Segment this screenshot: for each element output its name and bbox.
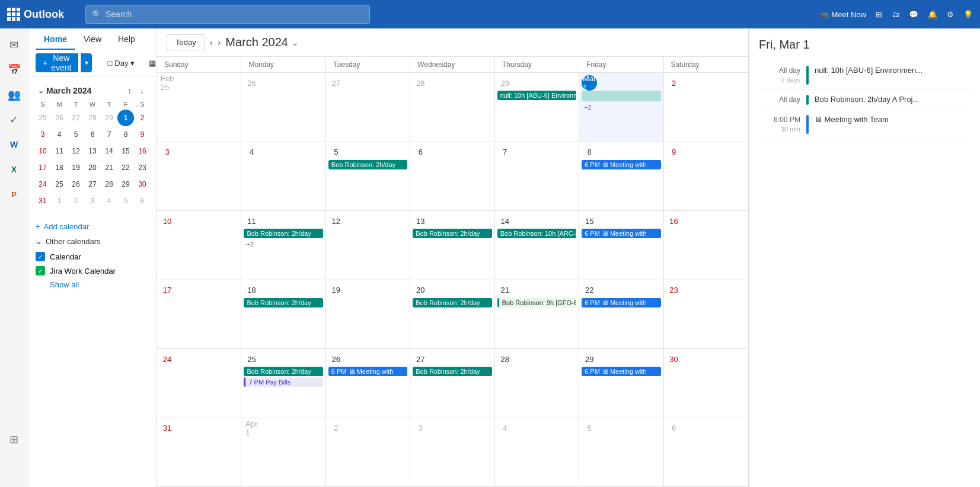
search-box[interactable]: 🔍 Search [85,5,370,24]
cal-date-number[interactable]: 28 [413,75,428,91]
mini-cal-day[interactable]: 7 [101,126,117,143]
cal-date-number[interactable]: 21 [497,283,513,298]
mini-cal-day[interactable]: 26 [68,176,84,193]
mini-cal-day[interactable]: 12 [68,143,84,159]
cal-date-number[interactable]: 27 [328,75,344,91]
right-event-3[interactable]: 6:00 PM 30 min 🖥 Meeting with Team [759,110,971,139]
mail-nav-icon[interactable]: ✉ [2,33,26,57]
cal-date-number[interactable]: Feb 25 [159,75,175,91]
more-apps-icon[interactable]: ⊞ [2,428,26,451]
cal-date-number[interactable]: 31 [159,421,175,436]
cal-event[interactable]: Bob Robinson: 10h [ARC-8] Research and d… [497,229,576,238]
cal-event[interactable]: Bob Robinson: 2h/day [413,367,491,376]
mini-cal-day[interactable]: 4 [101,193,117,209]
mini-cal-day[interactable]: 6 [84,126,101,143]
cal-date-number[interactable]: 26 [328,351,344,367]
ppt-nav-icon[interactable]: P [2,182,26,206]
cal-date-number[interactable]: 17 [159,283,175,298]
mini-cal-title[interactable]: March 2024 [46,86,91,95]
cal-date-number[interactable]: 5 [328,145,344,160]
cal-event[interactable]: 7 PM Pay Bills [244,377,323,387]
mini-cal-day[interactable]: 8 [117,126,134,143]
cal-event[interactable]: Bob Robinson: 2h/day [244,298,323,307]
cal-date-number[interactable]: 9 [666,145,682,160]
mini-cal-day[interactable]: 18 [51,159,68,176]
mini-cal-day[interactable]: 1 [51,193,68,209]
show-all-btn[interactable]: Show all [36,278,149,291]
cal-event[interactable]: 6 PM 🖥 Meeting with [582,298,660,307]
cal-date-number[interactable]: 29 [582,351,597,367]
mini-cal-day[interactable]: 5 [68,126,84,143]
cal-date-number[interactable]: 29 [497,75,513,91]
mini-cal-day[interactable]: 22 [117,159,134,176]
cal-event[interactable]: Bob Robinson: 2h/day [328,160,407,169]
cal-date-number[interactable]: 11 [244,213,259,229]
mini-cal-day[interactable]: 26 [51,110,68,126]
mini-cal-day[interactable]: 29 [117,176,134,193]
cal-title-chevron[interactable]: ⌄ [292,38,299,47]
mini-cal-day[interactable]: 23 [134,159,151,176]
mini-cal-day[interactable]: 2 [68,193,84,209]
work-week-btn[interactable]: ▦ Work week [143,53,157,72]
meet-now-btn[interactable]: 📹 Meet Now [819,10,866,19]
cal-date-number[interactable]: 12 [328,213,344,229]
mini-cal-day[interactable]: 15 [117,143,134,159]
cal-date-number[interactable]: 3 [159,145,175,160]
prev-month-btn[interactable]: ‹ [210,37,213,48]
tasks-nav-icon[interactable]: ✓ [2,108,26,132]
cal-date-number[interactable]: 25 [244,351,259,367]
cal-date-number[interactable]: 10 [159,213,175,229]
cal-date-number[interactable]: 13 [413,213,428,229]
mini-cal-day[interactable]: 11 [51,143,68,159]
tab-view[interactable]: View [75,28,110,50]
cal-date-number[interactable]: 4 [244,145,259,160]
new-event-button[interactable]: + New event [36,53,78,72]
mini-cal-day[interactable]: 30 [134,176,151,193]
mini-cal-prev[interactable]: ↑ [125,85,135,97]
mini-cal-day[interactable]: 28 [84,110,101,126]
cal-date-number[interactable]: 8 [582,145,597,160]
cal-date-number[interactable]: Apr 1 [244,421,259,436]
today-button[interactable]: Today [167,34,205,50]
mini-cal-day[interactable]: 31 [34,193,51,209]
cal-date-number[interactable]: 14 [497,213,513,229]
cal-date-number[interactable]: Mar 1 [582,75,597,91]
cal-event[interactable]: +2 [582,102,660,112]
calendar-item-jira[interactable]: ✓ Jira Work Calendar [36,264,149,278]
mini-cal-day[interactable]: 24 [34,176,51,193]
mini-cal-day[interactable]: 27 [84,176,101,193]
calendar-nav-icon[interactable]: 📅 [2,58,26,82]
mini-cal-day[interactable]: 17 [34,159,51,176]
tab-home[interactable]: Home [36,28,75,50]
cal-date-number[interactable]: 28 [497,351,513,367]
mini-cal-day[interactable]: 3 [34,126,51,143]
right-event-2[interactable]: All day Bob Robinson: 2h/day A Proj... [759,90,971,110]
mini-cal-day[interactable]: 4 [51,126,68,143]
day-btn[interactable]: □ Day ▾ [101,53,141,72]
cal-date-number[interactable]: 23 [666,283,682,298]
feedback-icon[interactable]: 💬 [909,10,918,19]
mini-cal-day[interactable]: 13 [84,143,101,159]
cal-date-number[interactable]: 4 [497,421,513,436]
mini-cal-day[interactable]: 27 [68,110,84,126]
cal-event[interactable]: null: 10h [ABU-6] Environment setup [497,91,576,100]
cal-event[interactable]: Bob Robinson: 2h/day [244,367,323,376]
cal-event[interactable]: Bob Robinson: 2h/day [413,229,491,238]
apps-icon[interactable]: ⊞ [876,10,882,19]
collab-icon[interactable]: 🗂 [892,10,899,19]
cal-date-number[interactable]: 19 [328,283,344,298]
other-calendars-header[interactable]: ⌄ Other calendars [36,233,149,249]
notifications-icon[interactable]: 🔔 [928,10,937,19]
cal-date-number[interactable]: 2 [328,421,344,436]
cal-date-number[interactable]: 30 [666,351,682,367]
mini-cal-day[interactable]: 9 [134,126,151,143]
cal-event[interactable]: 6 PM 🖥 Meeting with [582,367,660,376]
cal-date-number[interactable]: 27 [413,351,428,367]
cal-event[interactable]: 6 PM 🖥 Meeting with [582,160,660,169]
cal-event[interactable]: Bob Robinson: 9h [GFO-6] Bug with colors [497,298,576,307]
cal-event-continuation[interactable] [582,91,660,101]
mini-cal-day[interactable]: 19 [68,159,84,176]
cal-event[interactable]: Bob Robinson: 2h/day [244,229,323,238]
mini-cal-day[interactable]: 1 [117,110,134,126]
mini-cal-day[interactable]: 2 [134,110,151,126]
